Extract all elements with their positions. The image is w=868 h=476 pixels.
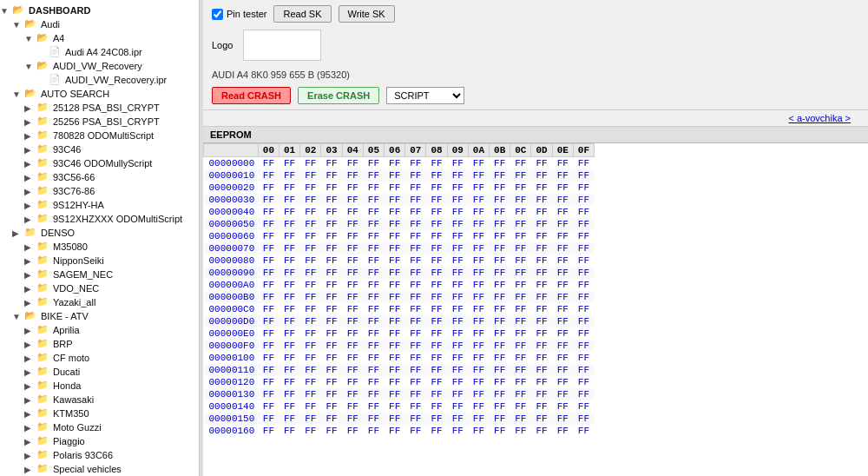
hex-cell[interactable]: FF [552, 352, 573, 364]
hex-cell[interactable]: FF [552, 157, 573, 170]
hex-cell[interactable]: FF [468, 230, 489, 242]
hex-cell[interactable]: FF [363, 194, 384, 206]
hex-cell[interactable]: FF [342, 242, 363, 255]
sidebar-item-93c56-66[interactable]: ▶📁93C56-66 [0, 170, 199, 184]
hex-cell[interactable]: FF [531, 279, 552, 291]
sidebar-item-dashboard[interactable]: ▼📂DASHBOARD [0, 3, 199, 17]
hex-cell[interactable]: FF [279, 315, 300, 327]
hex-cell[interactable]: FF [342, 169, 363, 182]
hex-cell[interactable]: FF [447, 230, 468, 242]
hex-cell[interactable]: FF [447, 267, 468, 279]
hex-cell[interactable]: FF [342, 291, 363, 303]
hex-cell[interactable]: FF [321, 206, 342, 218]
hex-cell[interactable]: FF [300, 255, 321, 267]
hex-cell[interactable]: FF [426, 400, 447, 413]
hex-cell[interactable]: FF [258, 267, 279, 279]
hex-cell[interactable]: FF [447, 218, 468, 230]
hex-cell[interactable]: FF [405, 255, 426, 267]
hex-cell[interactable]: FF [552, 303, 573, 315]
hex-cell[interactable]: FF [363, 218, 384, 230]
hex-cell[interactable]: FF [342, 230, 363, 242]
hex-cell[interactable]: FF [405, 169, 426, 182]
hex-cell[interactable]: FF [300, 279, 321, 291]
hex-cell[interactable]: FF [385, 376, 405, 388]
hex-cell[interactable]: FF [531, 400, 552, 413]
hex-cell[interactable]: FF [363, 255, 384, 267]
sidebar-item-honda[interactable]: ▶📁Honda [0, 379, 199, 393]
hex-cell[interactable]: FF [426, 242, 447, 255]
hex-cell[interactable]: FF [321, 267, 342, 279]
hex-cell[interactable]: FF [385, 327, 405, 340]
hex-cell[interactable]: FF [447, 388, 468, 400]
hex-cell[interactable]: FF [468, 242, 489, 255]
hex-cell[interactable]: FF [447, 315, 468, 327]
hex-cell[interactable]: FF [321, 279, 342, 291]
hex-cell[interactable]: FF [258, 218, 279, 230]
sidebar-item-nipponseiki[interactable]: ▶📁NipponSeiki [0, 254, 199, 268]
hex-cell[interactable]: FF [552, 267, 573, 279]
hex-cell[interactable]: FF [300, 291, 321, 303]
hex-cell[interactable]: FF [258, 206, 279, 218]
hex-cell[interactable]: FF [363, 340, 384, 352]
hex-cell[interactable]: FF [342, 376, 363, 388]
hex-cell[interactable]: FF [531, 218, 552, 230]
hex-cell[interactable]: FF [363, 182, 384, 194]
hex-cell[interactable]: FF [447, 242, 468, 255]
hex-cell[interactable]: FF [258, 340, 279, 352]
hex-cell[interactable]: FF [531, 157, 552, 170]
hex-cell[interactable]: FF [279, 218, 300, 230]
sidebar-item-bike-atv[interactable]: ▼📂BIKE - ATV [0, 309, 199, 323]
hex-cell[interactable]: FF [405, 230, 426, 242]
hex-cell[interactable]: FF [531, 413, 552, 425]
hex-cell[interactable]: FF [510, 327, 531, 340]
hex-cell[interactable]: FF [300, 315, 321, 327]
hex-cell[interactable]: FF [342, 218, 363, 230]
hex-cell[interactable]: FF [447, 364, 468, 376]
hex-cell[interactable]: FF [385, 352, 405, 364]
hex-cell[interactable]: FF [447, 352, 468, 364]
hex-cell[interactable]: FF [279, 388, 300, 400]
hex-cell[interactable]: FF [510, 376, 531, 388]
sidebar-item-psa-25128[interactable]: ▶📁25128 PSA_BSI_CRYPT [0, 101, 199, 115]
vovchika-link[interactable]: < a-vovchika > [779, 111, 859, 125]
sidebar-item-sagem-nec[interactable]: ▶📁SAGEM_NEC [0, 268, 199, 281]
hex-cell[interactable]: FF [531, 267, 552, 279]
hex-cell[interactable]: FF [342, 303, 363, 315]
hex-cell[interactable]: FF [468, 255, 489, 267]
read-sk-button[interactable]: Read SK [273, 5, 331, 23]
hex-cell[interactable]: FF [321, 364, 342, 376]
hex-cell[interactable]: FF [468, 400, 489, 413]
hex-cell[interactable]: FF [300, 169, 321, 182]
hex-cell[interactable]: FF [573, 291, 594, 303]
hex-cell[interactable]: FF [385, 157, 405, 170]
hex-cell[interactable]: FF [573, 194, 594, 206]
hex-cell[interactable]: FF [258, 388, 279, 400]
hex-cell[interactable]: FF [490, 376, 510, 388]
hex-cell[interactable]: FF [426, 327, 447, 340]
hex-cell[interactable]: FF [510, 230, 531, 242]
hex-cell[interactable]: FF [490, 327, 510, 340]
hex-cell[interactable]: FF [363, 291, 384, 303]
hex-cell[interactable]: FF [552, 425, 573, 437]
hex-cell[interactable]: FF [385, 291, 405, 303]
hex-cell[interactable]: FF [490, 303, 510, 315]
hex-cell[interactable]: FF [490, 315, 510, 327]
hex-cell[interactable]: FF [300, 267, 321, 279]
hex-cell[interactable]: FF [510, 340, 531, 352]
hex-cell[interactable]: FF [321, 340, 342, 352]
hex-cell[interactable]: FF [510, 425, 531, 437]
hex-cell[interactable]: FF [363, 400, 384, 413]
hex-cell[interactable]: FF [405, 340, 426, 352]
hex-cell[interactable]: FF [426, 267, 447, 279]
hex-cell[interactable]: FF [385, 315, 405, 327]
hex-cell[interactable]: FF [426, 194, 447, 206]
hex-cell[interactable]: FF [552, 388, 573, 400]
hex-cell[interactable]: FF [321, 291, 342, 303]
hex-cell[interactable]: FF [321, 169, 342, 182]
hex-cell[interactable]: FF [405, 413, 426, 425]
hex-cell[interactable]: FF [531, 425, 552, 437]
hex-cell[interactable]: FF [552, 400, 573, 413]
sidebar-item-9s12xhzxxx[interactable]: ▶📁9S12XHZXXX ODOMultiScript [0, 212, 199, 226]
hex-cell[interactable]: FF [342, 194, 363, 206]
hex-cell[interactable]: FF [385, 194, 405, 206]
